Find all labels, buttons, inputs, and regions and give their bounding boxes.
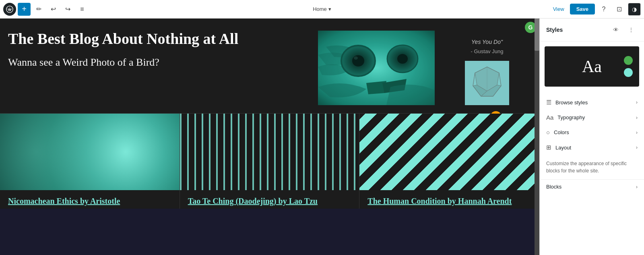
bird-image-container: G [318,31,435,105]
dark-mode-button[interactable]: ◑ [628,3,641,16]
colors-label: Colors [554,129,569,135]
scrollbar-thumb[interactable] [535,19,539,51]
split-icon: ⊡ [617,5,622,13]
styles-colors-left: ○ Colors [546,129,569,136]
styles-browse-item[interactable]: ☰ Browse styles › [540,95,644,110]
layout-icon: ⊞ [546,144,551,151]
split-view-button[interactable]: ⊡ [613,3,625,16]
post-item-3: The Human Condition by Hannah Arendt [359,114,539,209]
toolbar-right: View Save ? ⊡ ◑ [550,3,641,16]
post-image-1 [0,114,180,190]
styles-blocks-item[interactable]: Blocks › [540,179,644,194]
styles-panel: Styles 👁 ⋮ Aa ☰ Browse styles › [539,19,644,255]
help-icon: ? [602,6,606,13]
hero-title-area: The Best Blog About Nothing at All Wanna… [8,31,310,69]
styles-header-icons: 👁 ⋮ [609,23,638,36]
toolbar-center: Home ▾ [310,4,334,14]
blocks-chevron-icon: › [636,184,638,190]
post-item-2: Tao Te Ching (Daodejing) by Lao Tzu [180,114,360,209]
colors-chevron-icon: › [636,130,638,135]
styles-colors-item[interactable]: ○ Colors › [540,125,644,140]
edit-icon: ✏ [36,5,41,13]
post-title-3[interactable]: The Human Condition by Hannah Arendt [359,190,539,209]
svg-rect-2 [318,31,435,105]
typography-chevron-icon: › [636,115,638,120]
layout-chevron-icon: › [636,145,638,150]
add-block-button[interactable]: + [18,3,31,16]
save-button[interactable]: Save [570,4,595,15]
post-image-stripes [359,114,539,190]
styles-typography-left: Aa Typography [546,114,585,121]
svg-rect-8 [318,31,435,105]
blocks-label: Blocks [546,184,561,190]
view-button[interactable]: View [550,4,568,14]
scrollbar[interactable] [535,19,539,255]
save-label: Save [576,6,588,12]
dodecahedron-svg [469,65,505,101]
styles-eye-button[interactable]: 👁 [609,23,622,36]
post-item-1: Nicomachean Ethics by Aristotle [0,114,180,209]
svg-point-7 [397,54,408,64]
svg-text:W: W [8,7,12,11]
hero-subtitle: Wanna see a Weird Photo of a Bird? [8,56,161,69]
post-image-lines [180,114,359,190]
tools-icon: ≡ [80,6,84,13]
plus-icon: + [22,4,27,14]
style-preview-box: Aa [545,46,639,87]
posts-grid: Nicomachean Ethics by Aristotle Tao Te C… [0,114,539,209]
g-main-icon: G [528,24,533,31]
typography-label: Typography [557,114,585,120]
wp-logo[interactable]: W [3,3,16,16]
styles-typography-item[interactable]: Aa Typography › [540,110,644,125]
quote-text: Yes You Do" [471,39,503,45]
redo-icon: ↪ [65,5,70,13]
hero-top: The Best Blog About Nothing at All Wanna… [0,27,539,113]
styles-list: ☰ Browse styles › Aa Typography › ○ Colo… [540,91,644,158]
quote-author: - Gustav Jung [471,48,504,54]
styles-layout-left: ⊞ Layout [546,144,571,151]
bird-image [318,31,435,105]
style-dot-teal [624,68,633,77]
browse-chevron-icon: › [636,100,638,105]
redo-button[interactable]: ↪ [61,3,74,16]
post-image-3 [359,114,539,190]
quote-area: Yes You Do" - Gustav Jung [443,31,531,105]
main-toolbar: W + ✏ ↩ ↪ ≡ Home ▾ View Save ? ⊡ ◑ [0,0,644,19]
style-dots [624,56,633,77]
undo-icon: ↩ [51,5,56,13]
site-content: The Best Blog About Nothing at All Wanna… [0,19,539,255]
posts-section: Nicomachean Ethics by Aristotle Tao Te C… [0,113,539,209]
chevron-down-icon: ▾ [328,6,331,12]
styles-layout-item[interactable]: ⊞ Layout › [540,140,644,155]
svg-point-3 [341,46,375,76]
post-image-2 [180,114,359,190]
browse-label: Browse styles [555,100,588,106]
typography-icon: Aa [546,114,553,121]
browse-icon: ☰ [546,99,551,106]
styles-header: Styles 👁 ⋮ [540,19,644,41]
colors-icon: ○ [546,129,550,136]
post-title-1[interactable]: Nicomachean Ethics by Aristotle [0,190,180,209]
edit-button[interactable]: ✏ [32,3,45,16]
help-button[interactable]: ? [597,3,610,16]
style-aa-text: Aa [582,57,602,76]
styles-browse-left: ☰ Browse styles [546,99,588,106]
style-dot-green [624,56,633,65]
post-image-circular [0,114,180,190]
svg-point-4 [352,55,364,66]
svg-point-6 [387,45,418,73]
home-button[interactable]: Home ▾ [310,4,334,14]
darkmode-icon: ◑ [632,6,637,12]
styles-panel-title: Styles [546,27,563,33]
bird-svg [318,31,435,105]
styles-more-button[interactable]: ⋮ [625,23,638,36]
styles-description: Customize the appearance of specific blo… [540,158,644,179]
view-label: View [553,6,564,12]
layout-label: Layout [555,145,571,151]
tools-button[interactable]: ≡ [76,3,89,16]
undo-button[interactable]: ↩ [47,3,60,16]
canvas-area: The Best Blog About Nothing at All Wanna… [0,19,539,255]
home-label: Home [313,6,327,12]
hero-section: The Best Blog About Nothing at All Wanna… [0,19,539,113]
post-title-2[interactable]: Tao Te Ching (Daodejing) by Lao Tzu [180,190,359,209]
